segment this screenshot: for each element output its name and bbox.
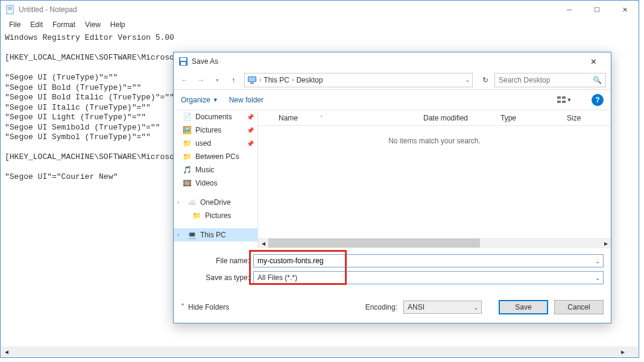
chevron-right-icon[interactable]: › xyxy=(177,232,183,238)
nav-item-onedrive-pictures[interactable]: 📁Pictures xyxy=(174,209,257,222)
dialog-title: Save As xyxy=(192,57,218,66)
filename-input[interactable]: ⌄ xyxy=(253,254,604,267)
column-date[interactable]: Date modified xyxy=(417,114,494,122)
chevron-down-icon[interactable]: ⌄ xyxy=(595,275,600,281)
column-type[interactable]: Type xyxy=(494,114,561,122)
nav-item-documents[interactable]: 📄Documents📌 xyxy=(174,110,257,123)
menu-view[interactable]: View xyxy=(80,19,106,30)
menu-format[interactable]: Format xyxy=(48,19,80,30)
nav-item-between-pcs[interactable]: 📁Between PCs xyxy=(174,150,257,163)
up-button[interactable]: ↑ xyxy=(226,73,241,87)
nav-item-music[interactable]: 🎵Music xyxy=(174,163,257,176)
pin-icon: 📌 xyxy=(247,127,254,134)
this-pc-icon xyxy=(247,75,257,85)
encoding-value: ANSI xyxy=(408,303,425,311)
dialog-title-bar: Save As ✕ xyxy=(174,52,611,70)
search-icon[interactable]: 🔍 xyxy=(593,76,602,84)
close-button[interactable]: ✕ xyxy=(611,1,639,19)
chevron-right-icon[interactable]: › xyxy=(292,76,294,83)
column-size[interactable]: Size xyxy=(561,114,597,122)
encoding-dropdown[interactable]: ANSI ⌄ xyxy=(403,301,482,314)
scroll-thumb[interactable] xyxy=(268,239,480,248)
dialog-form-area: File name: ⌄ Save as type: All Files (*.… xyxy=(174,248,611,292)
scroll-left-icon[interactable]: ◂ xyxy=(258,238,268,248)
encoding-label: Encoding: xyxy=(365,303,397,311)
cancel-button[interactable]: Cancel xyxy=(554,300,604,314)
chevron-right-icon[interactable]: › xyxy=(259,76,261,83)
save-button[interactable]: Save xyxy=(499,300,548,314)
notepad-hscrollbar[interactable]: ◂ ▸ xyxy=(1,346,628,357)
menu-edit[interactable]: Edit xyxy=(25,19,48,30)
svg-rect-6 xyxy=(181,62,186,65)
saveastype-label: Save as type: xyxy=(181,273,253,282)
scroll-right-icon[interactable]: ▸ xyxy=(617,346,628,357)
svg-rect-10 xyxy=(557,96,561,99)
svg-rect-12 xyxy=(557,101,561,103)
saveastype-value: All Files (*.*) xyxy=(257,273,297,282)
dialog-footer: ˄ Hide Folders Encoding: ANSI ⌄ Save Can… xyxy=(174,292,611,323)
filename-label: File name: xyxy=(181,257,253,265)
back-button[interactable]: ← xyxy=(177,73,192,87)
filename-field[interactable] xyxy=(257,257,599,265)
chevron-down-icon: ▼ xyxy=(567,97,572,103)
notepad-icon xyxy=(5,5,15,14)
search-box[interactable]: 🔍 xyxy=(494,73,606,87)
empty-message: No items match your search. xyxy=(258,137,611,145)
documents-icon: 📄 xyxy=(182,112,192,122)
breadcrumb-folder[interactable]: Desktop xyxy=(296,76,323,84)
address-dropdown-icon[interactable]: ⌄ xyxy=(465,76,470,83)
svg-rect-11 xyxy=(562,96,566,99)
address-bar[interactable]: › This PC › Desktop ⌄ xyxy=(244,73,473,87)
svg-rect-5 xyxy=(180,58,186,61)
column-headers[interactable]: Name Date modified Type Size xyxy=(258,110,611,126)
view-options-button[interactable]: ▼ xyxy=(553,93,576,107)
nav-item-pictures[interactable]: 🖼️Pictures📌 xyxy=(174,123,257,137)
help-button[interactable]: ? xyxy=(592,94,604,106)
chevron-down-icon[interactable]: ⌄ xyxy=(473,304,478,311)
window-controls: ─ ☐ ✕ xyxy=(555,1,639,19)
this-pc-icon: 💻 xyxy=(187,230,197,240)
scroll-left-icon[interactable]: ◂ xyxy=(1,346,11,357)
svg-rect-13 xyxy=(562,101,566,103)
save-icon xyxy=(178,57,188,66)
scroll-right-icon[interactable]: ▸ xyxy=(601,238,611,248)
chevron-right-icon[interactable]: › xyxy=(177,199,183,205)
column-name[interactable]: Name xyxy=(273,114,417,122)
dialog-toolbar: Organize▼ New folder ▼ ? xyxy=(174,90,611,110)
breadcrumb-root[interactable]: This PC xyxy=(264,76,289,84)
file-list-pane[interactable]: Name Date modified Type Size No items ma… xyxy=(258,110,611,248)
minimize-button[interactable]: ─ xyxy=(555,1,583,19)
scroll-track[interactable] xyxy=(11,346,617,357)
chevron-down-icon[interactable]: ⌄ xyxy=(595,258,600,264)
menu-help[interactable]: Help xyxy=(106,19,130,30)
dialog-nav-bar: ← → ▾ ↑ › This PC › Desktop ⌄ ↻ 🔍 xyxy=(174,70,611,90)
hide-folders-button[interactable]: ˄ Hide Folders xyxy=(181,303,229,311)
nav-item-videos[interactable]: 🎞️Videos xyxy=(174,176,257,190)
menu-file[interactable]: File xyxy=(4,19,25,30)
save-as-dialog: Save As ✕ ← → ▾ ↑ › This PC › Desktop ⌄ … xyxy=(173,52,611,323)
music-icon: 🎵 xyxy=(182,165,192,175)
new-folder-button[interactable]: New folder xyxy=(229,96,264,104)
menu-bar: File Edit Format View Help xyxy=(1,19,639,31)
recent-dropdown-icon[interactable]: ▾ xyxy=(210,73,224,87)
nav-item-used[interactable]: 📁used📌 xyxy=(174,137,257,150)
dialog-close-button[interactable]: ✕ xyxy=(581,53,606,70)
navigation-pane[interactable]: 📄Documents📌 🖼️Pictures📌 📁used📌 📁Between … xyxy=(174,110,258,248)
nav-item-this-pc[interactable]: ›💻This PC xyxy=(174,228,257,242)
svg-rect-9 xyxy=(250,83,254,84)
nav-item-onedrive[interactable]: ›☁️OneDrive xyxy=(174,196,257,209)
pin-icon: 📌 xyxy=(247,114,254,120)
view-icon xyxy=(557,96,566,104)
svg-rect-8 xyxy=(248,77,256,81)
window-title: Untitled - Notepad xyxy=(19,5,77,14)
organize-button[interactable]: Organize▼ xyxy=(181,96,218,104)
maximize-button[interactable]: ☐ xyxy=(583,1,611,19)
folder-icon: 📁 xyxy=(182,152,192,161)
saveastype-dropdown[interactable]: All Files (*.*) ⌄ xyxy=(253,271,604,284)
onedrive-icon: ☁️ xyxy=(187,198,197,207)
chevron-down-icon: ▼ xyxy=(213,97,218,103)
file-list-hscrollbar[interactable]: ◂ ▸ xyxy=(258,238,611,248)
search-input[interactable] xyxy=(499,76,593,84)
forward-button[interactable]: → xyxy=(194,73,208,87)
refresh-button[interactable]: ↻ xyxy=(478,73,493,87)
